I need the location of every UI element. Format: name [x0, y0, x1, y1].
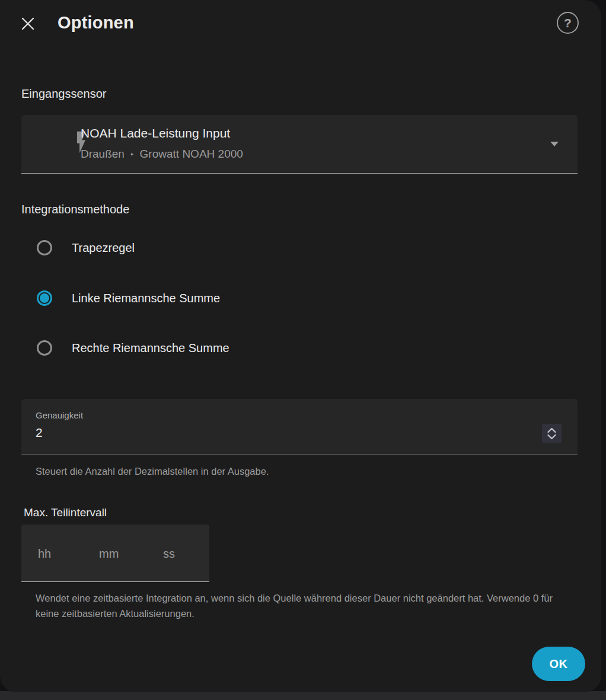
radio-option-label: Linke Riemannsche Summe	[72, 292, 220, 305]
method-section-label: Integrationsmethode	[21, 203, 129, 216]
breadcrumb-separator-icon: ‣	[130, 150, 135, 159]
help-icon: ?	[564, 16, 572, 30]
sensor-device: Growatt NOAH 2000	[140, 148, 243, 161]
backdrop-strip	[0, 691, 606, 700]
radio-option-label: Trapezregel	[72, 241, 135, 255]
precision-helper-text: Steuert die Anzahl der Dezimalstellen in…	[36, 464, 269, 479]
seconds-input[interactable]	[163, 545, 199, 562]
stepper-down-icon[interactable]	[547, 434, 556, 439]
precision-field-label: Genauigkeit	[36, 410, 83, 420]
help-button[interactable]: ?	[557, 12, 579, 34]
sensor-selected-path: Draußen ‣ Growatt NOAH 2000	[81, 148, 243, 161]
radio-icon	[37, 340, 52, 356]
radio-option-label: Rechte Riemannsche Summe	[72, 341, 229, 355]
hours-input[interactable]	[38, 545, 91, 562]
sensor-area: Draußen	[81, 148, 125, 161]
radio-icon	[37, 240, 52, 255]
sensor-select[interactable]: NOAH Lade-Leistung Input Draußen ‣ Growa…	[21, 115, 578, 174]
sensor-selected-name: NOAH Lade-Leistung Input	[81, 126, 230, 140]
radio-option-trapezregel[interactable]: Trapezregel	[37, 238, 135, 258]
options-dialog: Optionen ? Eingangssensor NOAH Lade-Leis…	[0, 0, 601, 692]
dropdown-caret-icon	[550, 142, 559, 146]
ok-button[interactable]: OK	[532, 647, 585, 681]
dialog-title: Optionen	[58, 13, 134, 33]
sensor-section-label: Eingangssensor	[21, 87, 106, 101]
interval-duration-input[interactable]	[21, 525, 209, 582]
interval-helper-text: Wendet eine zeitbasierte Integration an,…	[36, 590, 564, 621]
close-button[interactable]	[18, 14, 37, 33]
precision-input[interactable]	[36, 424, 451, 442]
radio-icon	[37, 290, 52, 306]
minutes-input[interactable]	[99, 545, 152, 562]
precision-field[interactable]: Genauigkeit	[21, 399, 578, 455]
precision-stepper[interactable]	[542, 424, 562, 443]
interval-section-label: Max. Teilintervall	[24, 506, 107, 519]
radio-option-linke-riemannsche-summe[interactable]: Linke Riemannsche Summe	[37, 288, 220, 308]
close-icon	[21, 17, 35, 31]
radio-option-rechte-riemannsche-summe[interactable]: Rechte Riemannsche Summe	[37, 338, 229, 358]
stepper-up-icon[interactable]	[547, 428, 556, 433]
